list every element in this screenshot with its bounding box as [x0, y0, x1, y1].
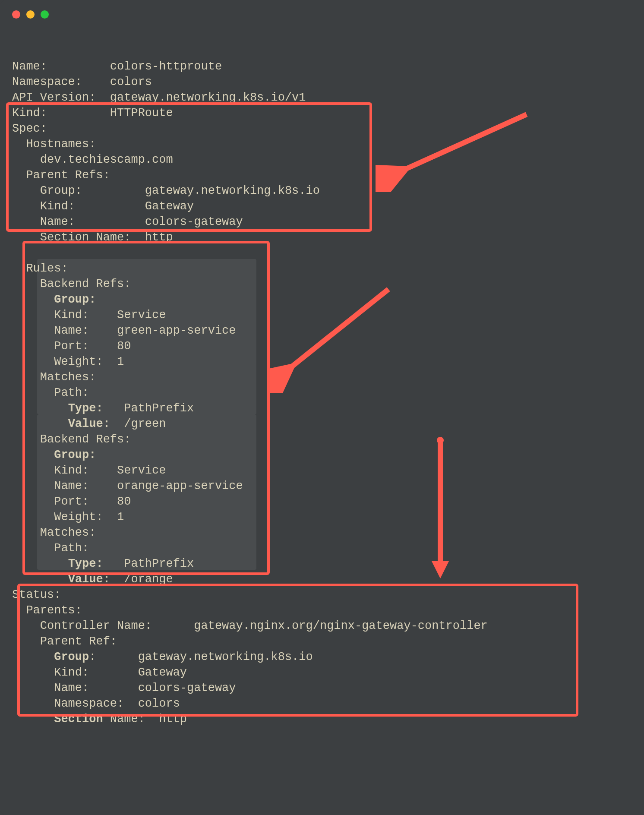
r0-kind-value: Service	[117, 309, 166, 322]
r0-type-value: PathPrefix	[124, 402, 194, 415]
pr-section-value: http	[145, 231, 173, 244]
pr-group-value: gateway.networking.k8s.io	[145, 184, 320, 197]
terminal-window: Name: colors-httproute Namespace: colors…	[0, 0, 644, 815]
pr2-group-colon: :	[89, 651, 96, 663]
r0-weight-value: 1	[117, 355, 124, 368]
controller-name-value: gateway.nginx.org/nginx-gateway-controll…	[194, 619, 488, 632]
hostnames-value: dev.techiescamp.com	[40, 153, 173, 166]
r1-kind-label: Kind:	[54, 464, 89, 477]
r0-name-label: Name:	[54, 324, 89, 337]
pr-name-value: colors-gateway	[145, 215, 243, 228]
pr-group-label: Group:	[40, 184, 82, 197]
pr-section-label: Section Name:	[40, 231, 131, 244]
kind-label: Kind:	[12, 107, 47, 120]
pr2-section-label: Section	[54, 713, 103, 726]
api-version-value: gateway.networking.k8s.io/v1	[110, 91, 306, 104]
name-label: Name:	[12, 60, 47, 73]
r0-group-label: Group:	[54, 293, 96, 306]
r1-type-value: PathPrefix	[124, 557, 194, 570]
pr2-section-value: http	[159, 713, 187, 726]
r0-port-label: Port:	[54, 340, 89, 353]
pr2-namespace-label: Namespace:	[54, 697, 124, 710]
r1-port-value: 80	[117, 495, 131, 508]
parent-ref-label: Parent Ref:	[40, 635, 117, 648]
r1-weight-label: Weight:	[54, 511, 103, 524]
r1-value-label: Value:	[68, 573, 110, 586]
pr-kind-value: Gateway	[145, 200, 194, 213]
pr-kind-label: Kind:	[40, 200, 75, 213]
status-title: Status:	[12, 588, 61, 601]
r0-name-value: green-app-service	[117, 324, 236, 337]
zoom-icon[interactable]	[41, 10, 49, 19]
name-value: colors-httproute	[110, 60, 222, 73]
r1-group-label: Group:	[54, 449, 96, 461]
parent-refs-label: Parent Refs:	[26, 169, 110, 182]
r1-matches-label: Matches:	[40, 526, 96, 539]
hostnames-label: Hostnames:	[26, 138, 96, 151]
controller-name-label: Controller Name:	[40, 619, 152, 632]
window-controls	[12, 10, 49, 19]
r0-kind-label: Kind:	[54, 309, 89, 322]
close-icon[interactable]	[12, 10, 20, 19]
r1-kind-value: Service	[117, 464, 166, 477]
minimize-icon[interactable]	[26, 10, 35, 19]
r1-backend-label: Backend Refs:	[40, 433, 131, 446]
pr2-name-label: Name:	[54, 682, 89, 695]
r1-name-label: Name:	[54, 480, 89, 493]
namespace-value: colors	[110, 76, 152, 88]
parents-label: Parents:	[26, 604, 82, 617]
rules-title: Rules:	[26, 262, 68, 275]
r0-weight-label: Weight:	[54, 355, 103, 368]
namespace-label: Namespace:	[12, 76, 82, 88]
r1-type-label: Type:	[68, 557, 103, 570]
spec-title: Spec:	[12, 122, 47, 135]
pr2-namespace-value: colors	[138, 697, 180, 710]
r1-path-label: Path:	[54, 542, 89, 555]
r0-path-label: Path:	[54, 386, 89, 399]
r0-matches-label: Matches:	[40, 371, 96, 384]
r1-weight-value: 1	[117, 511, 124, 524]
kind-value: HTTPRoute	[110, 107, 173, 120]
pr2-group-label: Group	[54, 651, 89, 663]
r1-name-value: orange-app-service	[117, 480, 243, 493]
r0-value-label: Value:	[68, 417, 110, 430]
pr-name-label: Name:	[40, 215, 75, 228]
terminal-output: Name: colors-httproute Namespace: colors…	[12, 43, 488, 727]
pr2-group-value: gateway.networking.k8s.io	[138, 651, 313, 663]
r0-port-value: 80	[117, 340, 131, 353]
pr2-section-rest: Name:	[103, 713, 145, 726]
pr2-name-value: colors-gateway	[138, 682, 236, 695]
r0-type-label: Type:	[68, 402, 103, 415]
r0-value-value: /green	[124, 417, 166, 430]
pr2-kind-label: Kind:	[54, 666, 89, 679]
r1-value-value: /orange	[124, 573, 173, 586]
r1-port-label: Port:	[54, 495, 89, 508]
api-version-label: API Version:	[12, 91, 96, 104]
pr2-kind-value: Gateway	[138, 666, 187, 679]
r0-backend-label: Backend Refs:	[40, 278, 131, 291]
